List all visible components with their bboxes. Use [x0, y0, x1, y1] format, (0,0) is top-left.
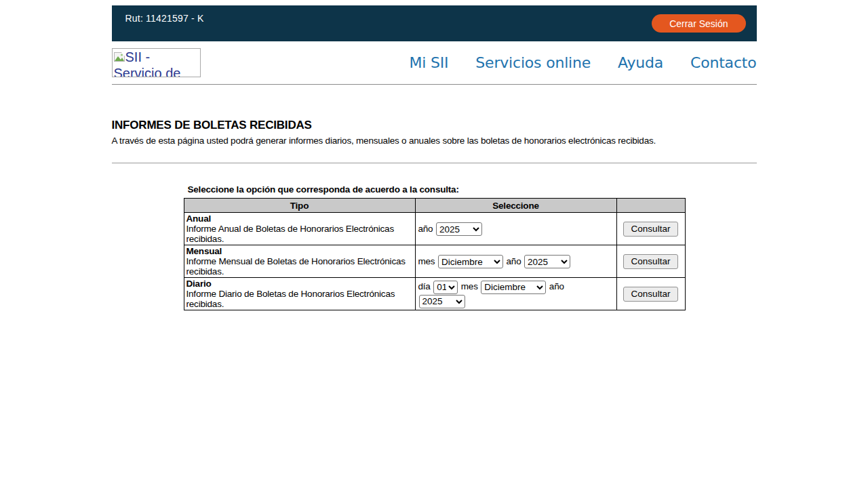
anual-consultar-button[interactable]: Consultar: [623, 222, 679, 237]
diario-day-select[interactable]: 01: [433, 281, 458, 294]
anual-tipo-cell: Anual Informe Anual de Boletas de Honora…: [184, 213, 415, 245]
site-header: SII - Servicio de Mi SII Servicios onlin…: [112, 41, 757, 85]
logout-button[interactable]: Cerrar Sesión: [652, 14, 745, 33]
diario-select-cell: día 01 mes Diciembre año 2025: [415, 278, 616, 310]
mensual-type-label: Mensual: [186, 246, 222, 256]
anual-description: Informe Anual de Boletas de Honorarios E…: [186, 224, 394, 244]
diario-month-label: mes: [461, 281, 478, 291]
mensual-select-cell: mes Diciembre año 2025: [415, 245, 616, 278]
page-container: Rut: 11421597 - K Cerrar Sesión SII - Se…: [112, 5, 757, 310]
nav-mi-sii[interactable]: Mi SII: [410, 54, 449, 71]
nav-servicios-online[interactable]: Servicios online: [475, 54, 591, 71]
mensual-description: Informe Mensual de Boletas de Honorarios…: [186, 256, 406, 277]
diario-year-label: año: [549, 281, 564, 291]
diario-tipo-cell: Diario Informe Diario de Boletas de Hono…: [184, 278, 415, 310]
table-row-mensual: Mensual Informe Mensual de Boletas de Ho…: [184, 245, 685, 278]
anual-type-label: Anual: [186, 214, 212, 224]
mensual-month-label: mes: [418, 256, 435, 266]
anual-button-cell: Consultar: [616, 213, 685, 245]
nav-contacto[interactable]: Contacto: [690, 54, 756, 71]
rut-text: Rut: 11421597 - K: [125, 13, 204, 24]
anual-year-label: año: [418, 224, 433, 234]
page-title: INFORMES DE BOLETAS RECIBIDAS: [112, 119, 757, 132]
anual-year-select[interactable]: 2025: [436, 222, 482, 236]
diario-button-cell: Consultar: [616, 278, 685, 310]
broken-image-icon: [114, 49, 125, 66]
diario-month-select[interactable]: Diciembre: [481, 281, 546, 294]
anual-select-cell: año 2025: [415, 213, 616, 245]
nav-ayuda[interactable]: Ayuda: [618, 54, 663, 71]
diario-consultar-button[interactable]: Consultar: [623, 287, 679, 302]
main-nav: Mi SII Servicios online Ayuda Contacto: [410, 54, 757, 71]
page-subtitle: A través de esta página usted podrá gene…: [112, 136, 757, 146]
diario-day-label: día: [418, 281, 431, 291]
table-header-row: Tipo Seleccione: [184, 199, 685, 213]
mensual-consultar-button[interactable]: Consultar: [623, 254, 679, 269]
header-empty: [616, 199, 685, 213]
mensual-tipo-cell: Mensual Informe Mensual de Boletas de Ho…: [184, 245, 415, 278]
diario-year-select[interactable]: 2025: [419, 295, 465, 308]
header-tipo: Tipo: [184, 199, 415, 213]
session-topbar: Rut: 11421597 - K Cerrar Sesión: [112, 5, 757, 41]
header-seleccione: Seleccione: [415, 199, 616, 213]
diario-description: Informe Diario de Boletas de Honorarios …: [186, 289, 395, 309]
mensual-year-select[interactable]: 2025: [524, 255, 570, 268]
mensual-year-label: año: [507, 256, 521, 266]
report-options-block: Seleccione la opción que corresponda de …: [184, 184, 757, 310]
report-options-table: Tipo Seleccione Anual Informe Anual de B…: [184, 198, 686, 310]
table-row-diario: Diario Informe Diario de Boletas de Hono…: [184, 278, 685, 310]
sii-logo-link[interactable]: SII - Servicio de: [112, 48, 201, 77]
table-caption: Seleccione la opción que corresponda de …: [184, 184, 757, 195]
section-divider: [112, 163, 757, 163]
table-row-anual: Anual Informe Anual de Boletas de Honora…: [184, 213, 685, 245]
mensual-month-select[interactable]: Diciembre: [438, 255, 503, 268]
mensual-button-cell: Consultar: [616, 245, 685, 278]
diario-type-label: Diario: [186, 279, 212, 289]
main-content: INFORMES DE BOLETAS RECIBIDAS A través d…: [112, 119, 757, 310]
